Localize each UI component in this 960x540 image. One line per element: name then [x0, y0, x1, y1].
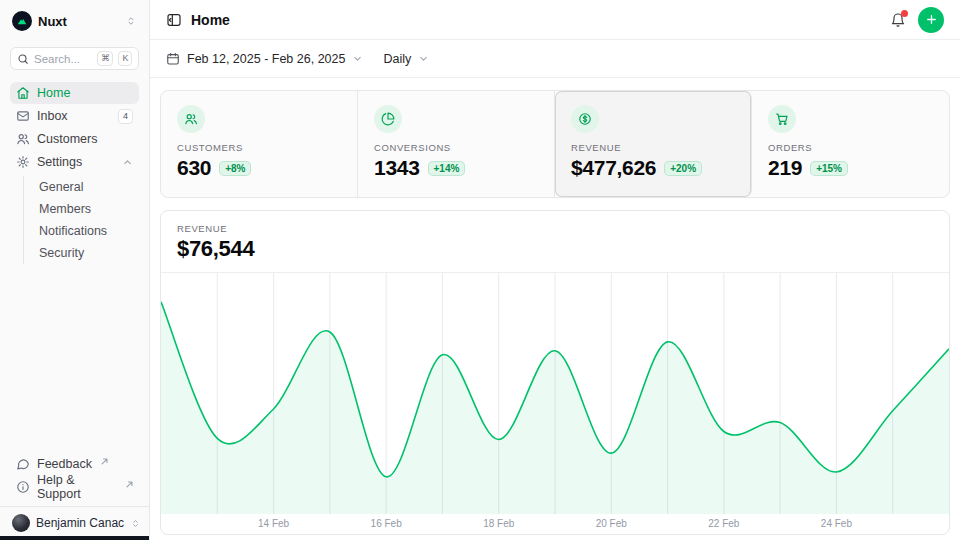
- chart-display-value: $76,544: [177, 236, 933, 262]
- stat-delta-badge: +15%: [810, 161, 848, 176]
- sidebar-footer-links: Feedback Help & Support: [10, 453, 139, 502]
- stat-value: 630: [177, 156, 211, 180]
- date-range-picker[interactable]: Feb 12, 2025 - Feb 26, 2025: [166, 52, 363, 66]
- inbox-icon: [16, 109, 30, 123]
- user-name: Benjamin Canac: [36, 516, 124, 530]
- plus-icon: [925, 13, 938, 26]
- pie-chart-icon: [374, 105, 402, 133]
- notifications-button[interactable]: [890, 12, 906, 28]
- header-actions: [890, 7, 944, 33]
- kbd-cmd: ⌘: [97, 51, 113, 66]
- stat-delta-badge: +8%: [219, 161, 251, 176]
- page-title: Home: [191, 12, 230, 28]
- sidebar-item-general[interactable]: General: [35, 176, 139, 198]
- stat-label: REVENUE: [571, 142, 735, 153]
- stat-delta-badge: +20%: [664, 161, 702, 176]
- workspace-selector[interactable]: Nuxt: [10, 9, 139, 33]
- granularity-value: Daily: [383, 52, 411, 66]
- sidebar-item-security[interactable]: Security: [35, 242, 139, 264]
- revenue-chart-svg: [161, 273, 949, 514]
- sidebar-item-members[interactable]: Members: [35, 198, 139, 220]
- stat-value: $477,626: [571, 156, 656, 180]
- stat-delta-badge: +14%: [428, 161, 466, 176]
- main-header: Home: [150, 0, 960, 40]
- stat-label: CONVERSIONS: [374, 142, 538, 153]
- sidebar-item-label: Settings: [37, 155, 82, 169]
- stat-card-orders[interactable]: ORDERS 219 +15%: [752, 91, 949, 197]
- x-tick-label: 22 Feb: [708, 518, 739, 529]
- chart-title: REVENUE: [177, 223, 933, 235]
- footer-link-label: Feedback: [37, 457, 92, 471]
- settings-subnav: General Members Notifications Security: [23, 176, 139, 264]
- x-tick-label: 24 Feb: [821, 518, 852, 529]
- date-range-value: Feb 12, 2025 - Feb 26, 2025: [187, 52, 345, 66]
- search-input-wrapper[interactable]: ⌘ K: [10, 47, 139, 70]
- external-link-icon: [126, 481, 133, 488]
- notification-dot: [901, 10, 908, 17]
- sidebar-item-label: Home: [37, 86, 70, 100]
- feedback-link[interactable]: Feedback: [10, 453, 139, 475]
- sidebar-item-inbox[interactable]: Inbox 4: [10, 105, 139, 127]
- chevrons-up-down-icon: [125, 15, 137, 27]
- home-icon: [16, 86, 30, 100]
- chevrons-up-down-icon: [130, 518, 141, 529]
- sidebar: Nuxt ⌘ K Home Inbo: [0, 0, 150, 540]
- sidebar-item-customers[interactable]: Customers: [10, 128, 139, 150]
- bottom-edge-strip: [0, 536, 149, 540]
- x-tick-label: 16 Feb: [371, 518, 402, 529]
- x-tick-label: 18 Feb: [483, 518, 514, 529]
- users-icon: [16, 132, 30, 146]
- chevron-up-icon: [122, 157, 133, 168]
- stat-value: 1343: [374, 156, 420, 180]
- stat-card-conversions[interactable]: CONVERSIONS 1343 +14%: [358, 91, 555, 197]
- panel-collapse-icon: [166, 12, 182, 28]
- revenue-chart-card: REVENUE $76,544 14 Feb 16 Feb 18 Feb 20 …: [160, 210, 950, 535]
- stat-card-customers[interactable]: CUSTOMERS 630 +8%: [161, 91, 358, 197]
- stat-value: 219: [768, 156, 802, 180]
- search-input[interactable]: [34, 53, 92, 65]
- gear-icon: [16, 155, 30, 169]
- sidebar-item-home[interactable]: Home: [10, 82, 139, 104]
- stat-label: ORDERS: [768, 142, 933, 153]
- revenue-plot[interactable]: [161, 273, 949, 514]
- add-button[interactable]: [918, 7, 944, 33]
- help-support-link[interactable]: Help & Support: [10, 476, 139, 498]
- chart-header: REVENUE $76,544: [161, 211, 949, 273]
- main-panel: Home Feb 12, 2025 - Feb 26, 2025: [150, 0, 960, 540]
- chart-x-axis: 14 Feb 16 Feb 18 Feb 20 Feb 22 Feb 24 Fe…: [161, 514, 949, 534]
- dashboard-content: CUSTOMERS 630 +8% CONVERSIONS 1343 +14%: [150, 78, 960, 535]
- user-menu[interactable]: Benjamin Canac: [0, 506, 149, 540]
- stat-card-revenue[interactable]: REVENUE $477,626 +20%: [555, 91, 752, 197]
- x-tick-label: 20 Feb: [596, 518, 627, 529]
- stat-label: CUSTOMERS: [177, 142, 341, 153]
- sidebar-item-label: Customers: [37, 132, 97, 146]
- user-avatar: [12, 514, 30, 532]
- shopping-cart-icon: [768, 105, 796, 133]
- x-tick-label: 14 Feb: [258, 518, 289, 529]
- chat-bubble-icon: [16, 457, 30, 471]
- chevron-down-icon: [418, 53, 429, 64]
- nuxt-logo-icon: [12, 11, 32, 31]
- external-link-icon: [101, 458, 108, 465]
- info-circle-icon: [16, 480, 30, 494]
- inbox-count-badge: 4: [118, 109, 133, 124]
- filters-toolbar: Feb 12, 2025 - Feb 26, 2025 Daily: [150, 40, 960, 78]
- sidebar-item-notifications[interactable]: Notifications: [35, 220, 139, 242]
- sidebar-spacer: [10, 264, 139, 453]
- granularity-select[interactable]: Daily: [383, 52, 429, 66]
- users-icon: [177, 105, 205, 133]
- sidebar-nav: Home Inbox 4 Customers Settings: [10, 82, 139, 264]
- calendar-icon: [166, 52, 180, 66]
- stats-row: CUSTOMERS 630 +8% CONVERSIONS 1343 +14%: [160, 90, 950, 198]
- chevron-down-icon: [352, 53, 363, 64]
- sidebar-item-settings[interactable]: Settings: [10, 151, 139, 173]
- search-icon: [17, 53, 29, 65]
- collapse-sidebar-button[interactable]: [166, 12, 182, 28]
- footer-link-label: Help & Support: [37, 473, 117, 501]
- dashboard-app: Nuxt ⌘ K Home Inbo: [0, 0, 960, 540]
- sidebar-item-label: Inbox: [37, 109, 68, 123]
- dollar-circle-icon: [571, 105, 599, 133]
- workspace-name: Nuxt: [38, 14, 67, 29]
- kbd-k: K: [118, 51, 132, 66]
